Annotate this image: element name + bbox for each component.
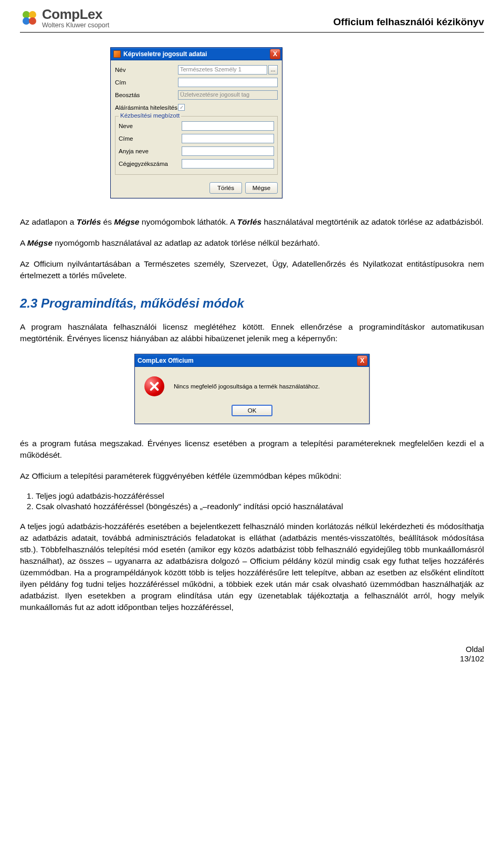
numbered-list: Teljes jogú adatbázis-hozzáféréssel Csak… bbox=[36, 491, 484, 511]
close-icon[interactable]: X bbox=[357, 355, 368, 366]
megse-button[interactable]: Mégse bbox=[245, 182, 278, 194]
browse-button[interactable]: ... bbox=[268, 65, 278, 75]
section-heading: 2.3 Programindítás, működési módok bbox=[20, 296, 484, 311]
paragraph: Az Officium a telepítési paraméterek füg… bbox=[20, 470, 484, 482]
checkbox-alairas[interactable]: ✓ bbox=[178, 104, 185, 111]
input-anyja[interactable] bbox=[182, 146, 274, 156]
messagebox: CompLex Officium X Nincs megfelelő jogos… bbox=[134, 354, 370, 424]
titlebar: Képviseletre jogosult adatai X bbox=[111, 48, 282, 60]
paragraph: A program használata felhasználói licens… bbox=[20, 321, 484, 344]
paragraph: Az adatlapon a Törlés és Mégse nyomógomb… bbox=[20, 216, 484, 228]
fieldset-kezbesitesi: Kézbesítési megbízott Neve Címe Anyja ne… bbox=[115, 116, 278, 175]
torles-button[interactable]: Törlés bbox=[209, 182, 242, 194]
messagebox-text: Nincs megfelelő jogosultsága a termék ha… bbox=[174, 383, 320, 389]
titlebar: CompLex Officium X bbox=[135, 354, 369, 367]
paragraph: és a program futása megszakad. Érvényes … bbox=[20, 438, 484, 461]
label-cime: Címe bbox=[119, 135, 182, 142]
input-beosztas[interactable]: Üzletvezetésre jogosult tag bbox=[178, 90, 278, 100]
logo-tagline: Wolters Kluwer csoport bbox=[42, 22, 109, 29]
label-anyja: Anyja neve bbox=[119, 148, 182, 154]
page-title: Officium felhasználói kézikönyv bbox=[333, 16, 484, 28]
logo-name: CompLex bbox=[42, 7, 109, 21]
svg-point-3 bbox=[29, 17, 36, 25]
paragraph: Az Officium nyilvántartásában a Természe… bbox=[20, 258, 484, 281]
messagebox-title: CompLex Officium bbox=[138, 357, 194, 364]
svg-point-2 bbox=[23, 17, 30, 25]
window-icon bbox=[113, 50, 121, 58]
logo-icon bbox=[20, 8, 39, 27]
input-cegjegyzek[interactable] bbox=[182, 159, 274, 169]
input-neve[interactable] bbox=[182, 121, 274, 131]
ok-button[interactable]: OK bbox=[232, 405, 272, 416]
list-item: Csak olvasható hozzáféréssel (böngészés)… bbox=[36, 502, 484, 511]
list-item: Teljes jogú adatbázis-hozzáféréssel bbox=[36, 491, 484, 501]
close-icon[interactable]: X bbox=[270, 49, 280, 59]
input-nev[interactable]: Természetes Személy 1 bbox=[178, 65, 267, 75]
label-cim: Cím bbox=[115, 79, 178, 86]
dialog-title: Képviseletre jogosult adatai bbox=[123, 50, 207, 58]
input-cime[interactable] bbox=[182, 134, 274, 143]
input-cim[interactable] bbox=[178, 78, 278, 87]
label-beosztas: Beosztás bbox=[115, 92, 178, 98]
svg-point-0 bbox=[23, 11, 30, 18]
logo: CompLex Wolters Kluwer csoport bbox=[20, 7, 109, 29]
error-icon bbox=[144, 376, 164, 396]
label-cegjegyzek: Cégjegyzékszáma bbox=[119, 161, 182, 167]
page-footer: Oldal 13/102 bbox=[20, 645, 484, 665]
page-header: CompLex Wolters Kluwer csoport Officium … bbox=[20, 7, 484, 33]
dialog-kepviseletre: Képviseletre jogosult adatai X Név Termé… bbox=[110, 47, 282, 198]
svg-point-1 bbox=[29, 11, 36, 18]
paragraph: A Mégse nyomógomb használatával az adatl… bbox=[20, 237, 484, 249]
label-alairas: Aláírásminta hitelesítés bbox=[115, 104, 178, 111]
label-nev: Név bbox=[115, 67, 178, 73]
paragraph: A teljes jogú adatbázis-hozzáférés eseté… bbox=[20, 521, 484, 613]
label-neve: Neve bbox=[119, 123, 182, 129]
fieldset-legend: Kézbesítési megbízott bbox=[119, 112, 181, 119]
